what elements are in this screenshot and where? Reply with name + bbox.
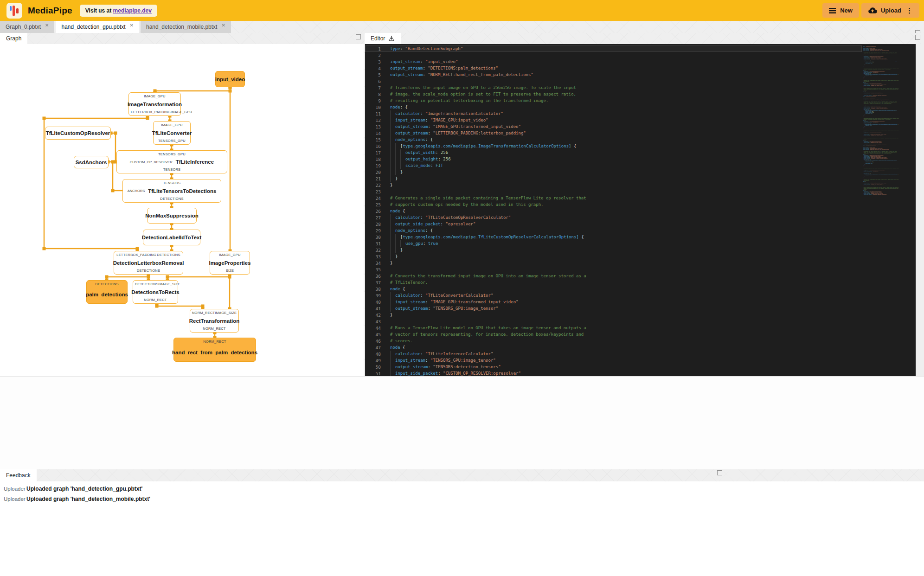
code-line: 49input_stream: "TENSORS_GPU:image_tenso… xyxy=(365,357,862,364)
node-title: NonMaxSuppression xyxy=(145,213,198,218)
edge-joint xyxy=(201,305,205,308)
line-number: 34 xyxy=(365,261,381,266)
graph-node-TfLiteConverter[interactable]: IMAGE_GPUTfLiteConverterTENSORS_GPU xyxy=(153,121,191,145)
port-label: NORM_RECT xyxy=(203,339,226,344)
port-label: SIZE xyxy=(226,269,234,273)
line-number: 30 xyxy=(365,235,381,240)
port-label: DETECTIONS xyxy=(160,197,183,201)
editor-minimap[interactable]: type: "HandDetectionSubgraph"input_strea… xyxy=(863,46,915,374)
graph-node-DetectionLetterboxRemoval[interactable]: LETTERBOX_PADDINGDETECTIONSDetectionLett… xyxy=(114,251,183,275)
line-number: 4 xyxy=(365,66,381,71)
tab-hand-detection-gpu-pbtxt[interactable]: hand_detection_gpu.pbtxt✕ xyxy=(56,21,139,33)
port-label: DETECTIONS xyxy=(137,269,160,273)
node-title: DetectionLetterboxRemoval xyxy=(113,260,184,266)
line-number: 41 xyxy=(365,306,381,311)
graph-canvas[interactable]: input_videoIMAGE_GPUImageTransformationL… xyxy=(0,44,364,376)
close-icon[interactable]: ✕ xyxy=(130,23,134,28)
edge-joint xyxy=(114,132,117,135)
node-title: palm_detections xyxy=(86,292,128,297)
editor-panel-tab[interactable]: Editor xyxy=(365,33,401,44)
tab-graph-0-pbtxt[interactable]: Graph_0.pbtxt✕ xyxy=(0,21,54,33)
line-number: 25 xyxy=(365,202,381,207)
graph-node-NonMaxSuppression[interactable]: NonMaxSuppression xyxy=(147,208,197,224)
port-label: NORM_RECT xyxy=(144,298,167,302)
feedback-message: Uploaded graph 'hand_detection_mobile.pb… xyxy=(26,496,150,502)
editor-tab-label: Editor xyxy=(371,35,385,42)
code-line: 50output_stream: "TENSORS:detection_tens… xyxy=(365,364,862,370)
node-title: TfLiteInference xyxy=(176,159,214,165)
edge-joint xyxy=(146,117,149,120)
graph-node-TfLiteCustomOpResolver[interactable]: TfLiteCustomOpResolver xyxy=(45,127,111,140)
graph-node-RectTransformation[interactable]: NORM_RECTIMAGE_SIZERectTransformationNOR… xyxy=(190,309,239,333)
line-number: 15 xyxy=(365,137,381,142)
port-label: LETTERBOX_PADDING xyxy=(116,253,156,257)
port-label: IMAGE_GPU xyxy=(144,94,165,98)
node-title: DetectionsToRects xyxy=(131,289,179,295)
expand-feedback-panel-icon[interactable] xyxy=(717,470,722,475)
line-number: 38 xyxy=(365,287,381,292)
code-line: 43 xyxy=(365,318,862,325)
editor-scrollbar[interactable] xyxy=(916,44,924,376)
graph-node-ImageTransformation[interactable]: IMAGE_GPUImageTransformationLETTERBOX_PA… xyxy=(128,92,181,116)
line-number: 31 xyxy=(365,241,381,246)
visit-pill: Visit us at mediapipe.dev xyxy=(80,5,157,17)
feedback-tab-strip: Feedback xyxy=(0,469,924,481)
line-number: 42 xyxy=(365,313,381,318)
line-number: 9 xyxy=(365,98,381,103)
upload-more-menu-icon[interactable]: ⋮ xyxy=(906,6,913,15)
edge-joint xyxy=(105,275,109,279)
new-button-label: New xyxy=(840,7,853,14)
expand-editor-panel-icon[interactable] xyxy=(915,35,920,40)
line-number: 14 xyxy=(365,131,381,136)
code-line: 29node_options: { xyxy=(365,227,862,234)
line-number: 27 xyxy=(365,215,381,220)
code-line: 4output_stream: "DETECTIONS:palm_detecti… xyxy=(365,65,862,71)
code-line: 40input_stream: "IMAGE_GPU:transformed_i… xyxy=(365,299,862,305)
line-number: 1 xyxy=(365,46,381,51)
graph-node-DetectionLabelIdToText[interactable]: DetectionLabelIdToText xyxy=(143,230,200,245)
code-line: 17output_width: 256 xyxy=(365,149,862,156)
code-line: 3input_stream: "input_video" xyxy=(365,58,862,65)
file-tab-strip: Graph_0.pbtxt✕ hand_detection_gpu.pbtxt✕… xyxy=(0,21,924,33)
graph-node-input_video[interactable]: input_video xyxy=(215,71,245,87)
line-number: 26 xyxy=(365,209,381,214)
graph-node-hand_rect_from_palm_detections[interactable]: NORM_RECThand_rect_from_palm_detections xyxy=(173,338,256,362)
line-number: 28 xyxy=(365,222,381,227)
graph-panel-tab[interactable]: Graph xyxy=(0,33,27,44)
code-line: 35 xyxy=(365,266,862,273)
graph-node-TfLiteInference[interactable]: TENSORS_GPUCUSTOM_OP_RESOLVERTfLiteInfer… xyxy=(116,150,227,173)
graph-node-SsdAnchors[interactable]: SsdAnchors xyxy=(74,156,109,168)
line-number: 12 xyxy=(365,118,381,123)
code-line: 47node { xyxy=(365,344,862,351)
graph-node-palm_detections[interactable]: DETECTIONSpalm_detections xyxy=(86,280,128,304)
graph-node-ImageProperties[interactable]: IMAGE_GPUImagePropertiesSIZE xyxy=(210,251,250,275)
line-number: 36 xyxy=(365,274,381,279)
tab-hand-detection-mobile-pbtxt[interactable]: hand_detection_mobile.pbtxt✕ xyxy=(141,21,231,33)
graph-node-TfLiteTensorsToDetections[interactable]: TENSORSANCHORSTfLiteTensorsToDetectionsD… xyxy=(122,179,221,203)
port-label: IMAGE_GPU xyxy=(161,123,182,127)
graph-node-DetectionsToRects[interactable]: DETECTIONSIMAGE_SIZEDetectionsToRectsNOR… xyxy=(133,280,178,304)
edge-joint xyxy=(43,117,46,120)
feedback-tab-label: Feedback xyxy=(6,472,31,479)
port-label: IMAGE_GPU xyxy=(171,110,192,114)
node-title: TfLiteTensorsToDetections xyxy=(148,188,216,194)
code-editor[interactable]: 1type: "HandDetectionSubgraph"23input_st… xyxy=(365,44,924,376)
close-icon[interactable]: ✕ xyxy=(221,23,225,28)
close-icon[interactable]: ✕ xyxy=(45,23,49,28)
line-number: 33 xyxy=(365,254,381,259)
download-icon[interactable] xyxy=(388,35,395,42)
new-button[interactable]: New xyxy=(822,3,859,18)
port-label: DETECTIONS xyxy=(157,253,180,257)
mediapipe-dev-link[interactable]: mediapipe.dev xyxy=(113,7,152,14)
code-line: 12input_stream: "IMAGE_GPU:input_video" xyxy=(365,117,862,123)
port-label: IMAGE_GPU xyxy=(219,253,240,257)
node-title: TfLiteConverter xyxy=(152,130,192,136)
expand-graph-panel-icon[interactable] xyxy=(356,34,361,39)
port-label: DETECTIONS xyxy=(135,282,158,286)
code-area[interactable]: 1type: "HandDetectionSubgraph"23input_st… xyxy=(365,44,862,376)
code-line: 32} xyxy=(365,247,862,253)
upload-button[interactable]: Upload ⋮ xyxy=(861,3,919,18)
feedback-panel-tab[interactable]: Feedback xyxy=(0,469,37,481)
line-number: 11 xyxy=(365,111,381,116)
code-line: 8# image, the scale_mode option is set t… xyxy=(365,91,862,97)
